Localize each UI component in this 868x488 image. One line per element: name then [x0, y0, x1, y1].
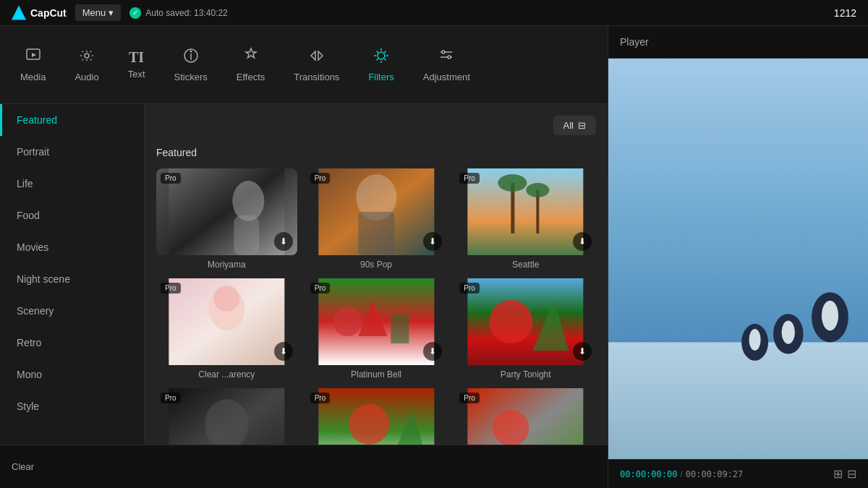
tab-adjustment-label: Adjustment — [423, 72, 470, 82]
download-btn-clearancy[interactable]: ⬇ — [274, 342, 293, 361]
audio-icon — [78, 47, 95, 67]
pro-badge-extra2: Pro — [310, 393, 331, 403]
pro-badge-clearancy: Pro — [161, 283, 181, 294]
time-current: 00:00:00:00 — [620, 469, 677, 479]
filter-card-extra2[interactable]: Pro — [306, 388, 447, 445]
top-bar: CapCut Menu ▾ ✓ Auto saved: 13:40:22 121… — [0, 0, 868, 26]
svg-rect-16 — [358, 212, 394, 255]
main-layout: Media Audio TI Text — [0, 26, 868, 488]
filter-card-extra1[interactable]: Pro — [156, 388, 297, 445]
tab-text[interactable]: TI Text — [114, 26, 160, 103]
adjustment-icon — [438, 47, 455, 67]
filter-name-90spop: 90s Pop — [306, 260, 447, 270]
svg-rect-13 — [234, 215, 259, 255]
filter-thumb-moriyama: Pro ⬇ — [156, 168, 297, 255]
filter-thumb-extra3: Pro — [455, 388, 596, 445]
sidebar-item-food[interactable]: Food — [0, 200, 144, 231]
tab-audio[interactable]: Audio — [60, 26, 113, 103]
sidebar-item-mono[interactable]: Mono — [0, 359, 144, 390]
filter-grid: Pro ⬇ Moriyama — [156, 168, 596, 445]
filter-card-seattle[interactable]: Pro ⬇ Seattle — [455, 168, 596, 270]
tab-adjustment[interactable]: Adjustment — [409, 26, 485, 103]
sidebar-item-scenery[interactable]: Scenery — [0, 295, 144, 327]
sidebar-item-nightscene-label: Night scene — [17, 273, 70, 285]
filter-name-seattle: Seattle — [455, 260, 596, 270]
svg-marker-1 — [32, 53, 36, 57]
filter-thumb-seattle: Pro ⬇ — [455, 168, 596, 255]
tab-media[interactable]: Media — [6, 26, 60, 103]
tab-stickers[interactable]: Stickers — [160, 26, 222, 103]
filter-icon: ⊟ — [578, 120, 586, 131]
svg-point-24 — [213, 286, 239, 312]
all-filter-button[interactable]: All ⊟ — [553, 116, 596, 135]
filters-icon — [373, 47, 390, 67]
list-view-icon[interactable]: ⊟ — [847, 467, 856, 481]
download-btn-seattle[interactable]: ⬇ — [573, 232, 592, 251]
svg-point-10 — [448, 56, 451, 59]
sidebar: Featured Portrait Life Food Movies Night… — [0, 104, 145, 445]
sidebar-item-retro[interactable]: Retro — [0, 327, 144, 359]
player-content: 00:00:00:00 / 00:00:09:27 ⊞ ⊟ — [608, 59, 868, 488]
svg-rect-50 — [608, 59, 868, 459]
sidebar-item-featured[interactable]: Featured — [0, 104, 144, 136]
player-view-toggle[interactable]: ⊞ ⊟ — [833, 467, 856, 481]
check-icon: ✓ — [129, 7, 141, 19]
filter-card-clearancy[interactable]: Pro ⬇ Clear ...arency — [156, 278, 297, 380]
menu-button[interactable]: Menu ▾ — [75, 4, 122, 21]
svg-point-12 — [232, 181, 264, 221]
svg-point-30 — [490, 300, 533, 343]
tab-filters[interactable]: Filters — [354, 26, 408, 103]
pro-badge-extra3: Pro — [459, 393, 480, 403]
time-total: 00:00:09:27 — [686, 469, 743, 479]
filter-name-partytonight: Party Tonight — [455, 369, 596, 380]
download-btn-partytonight[interactable]: ⬇ — [573, 342, 592, 361]
sidebar-item-portrait-label: Portrait — [17, 146, 49, 158]
filter-name-clearancy: Clear ...arency — [156, 369, 297, 380]
pro-badge-extra1: Pro — [161, 393, 181, 403]
svg-point-19 — [498, 174, 527, 192]
pro-badge-platinumbell: Pro — [310, 283, 331, 294]
filter-thumb-extra2: Pro — [306, 388, 447, 445]
tab-stickers-label: Stickers — [174, 72, 208, 82]
auto-saved-indicator: ✓ Auto saved: 13:40:22 — [129, 7, 227, 19]
download-btn-moriyama[interactable]: ⬇ — [274, 232, 293, 251]
grid-view-icon[interactable]: ⊞ — [833, 467, 843, 481]
svg-point-8 — [442, 51, 445, 53]
transitions-icon — [308, 47, 326, 67]
svg-point-35 — [349, 404, 389, 445]
filter-card-moriyama[interactable]: Pro ⬇ Moriyama — [156, 168, 297, 270]
pro-badge-seattle: Pro — [459, 173, 480, 184]
filter-card-extra3[interactable]: Pro — [455, 388, 596, 445]
filter-name-platinumbell: Platinum Bell — [306, 369, 447, 380]
top-bar-left: CapCut Menu ▾ ✓ Auto saved: 13:40:22 — [12, 4, 228, 21]
tab-audio-label: Audio — [75, 72, 98, 82]
filter-card-90spop[interactable]: Pro ⬇ 90s Pop — [306, 168, 447, 270]
svg-point-28 — [333, 307, 362, 336]
clear-button[interactable]: Clear — [12, 461, 34, 472]
sidebar-item-portrait[interactable]: Portrait — [0, 136, 144, 168]
filters-main: All ⊟ Featured — [145, 104, 608, 445]
sidebar-item-life-label: Life — [17, 178, 33, 189]
bottom-strip: Clear — [0, 445, 608, 488]
tab-effects[interactable]: Effects — [222, 26, 280, 103]
left-panel: Media Audio TI Text — [0, 26, 608, 488]
menu-chevron-icon: ▾ — [109, 7, 114, 18]
sidebar-item-style[interactable]: Style — [0, 390, 144, 422]
project-number: 1212 — [834, 7, 856, 19]
pro-badge-90spop: Pro — [310, 173, 331, 184]
filter-card-platinumbell[interactable]: Pro ⬇ Platinum Bell — [306, 278, 447, 380]
tab-transitions-label: Transitions — [294, 72, 339, 82]
media-icon — [25, 47, 42, 67]
filter-thumb-extra1: Pro — [156, 388, 297, 445]
time-divider: / — [680, 469, 682, 479]
tab-text-label: Text — [128, 69, 145, 80]
section-title: Featured — [156, 147, 596, 158]
sidebar-item-life[interactable]: Life — [0, 168, 144, 200]
filter-name-moriyama: Moriyama — [156, 260, 297, 270]
sidebar-item-nightscene[interactable]: Night scene — [0, 263, 144, 295]
svg-point-4 — [190, 51, 192, 53]
tab-transitions[interactable]: Transitions — [279, 26, 354, 103]
filter-card-partytonight[interactable]: Pro ⬇ Party Tonight — [455, 278, 596, 380]
nav-tabs: Media Audio TI Text — [0, 26, 608, 104]
sidebar-item-movies[interactable]: Movies — [0, 231, 144, 263]
